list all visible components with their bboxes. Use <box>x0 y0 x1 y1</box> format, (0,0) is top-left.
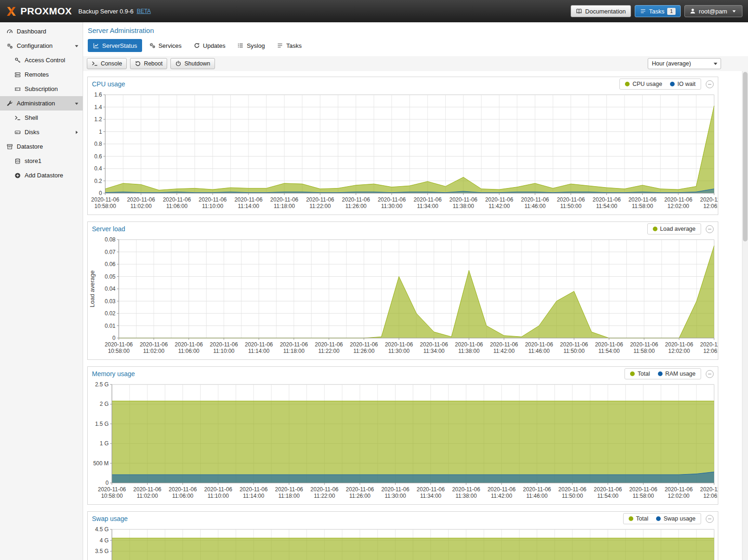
chart-memory-usage: 0500 M1 G1.5 G2 G2.5 G2020-11-0610:58:00… <box>88 381 718 504</box>
tab-services[interactable]: Services <box>144 39 187 52</box>
legend-item-swap-usage[interactable]: Swap usage <box>656 515 696 522</box>
svg-text:11:58:00: 11:58:00 <box>632 203 653 209</box>
svg-text:2020-11-06: 2020-11-06 <box>169 486 197 493</box>
tasks-icon <box>640 8 646 14</box>
minus-icon <box>708 229 711 229</box>
tasks-count-badge: 1 <box>667 8 676 15</box>
timeframe-select[interactable]: Hour (average) <box>648 58 721 69</box>
collapse-panel-button[interactable] <box>706 515 714 523</box>
tab-label: Services <box>158 42 182 49</box>
power-icon <box>175 60 182 67</box>
legend-item-load-average[interactable]: Load average <box>653 226 696 232</box>
svg-text:11:14:00: 11:14:00 <box>238 203 259 209</box>
svg-text:2020-11-06: 2020-11-06 <box>280 341 308 348</box>
svg-text:1.5 G: 1.5 G <box>95 421 109 427</box>
svg-text:11:06:00: 11:06:00 <box>172 493 194 499</box>
sidebar-item-dashboard[interactable]: Dashboard <box>0 24 83 39</box>
chart-legend: TotalRAM usage <box>624 368 701 379</box>
sidebar-item-label: Datastore <box>17 143 43 150</box>
sidebar-item-subscription[interactable]: Subscription <box>0 82 83 96</box>
tab-tasks[interactable]: Tasks <box>272 39 306 52</box>
svg-text:11:26:00: 11:26:00 <box>345 203 367 209</box>
shutdown-button[interactable]: Shutdown <box>170 58 215 69</box>
beta-link[interactable]: BETA <box>137 8 150 14</box>
svg-text:2020-11-06: 2020-11-06 <box>665 341 693 348</box>
tab-serverstatus[interactable]: ServerStatus <box>88 39 142 52</box>
legend-label: CPU usage <box>632 81 662 87</box>
svg-text:0: 0 <box>99 190 102 196</box>
svg-text:0.02: 0.02 <box>104 310 116 317</box>
panel-title: Memory usage <box>92 370 135 378</box>
legend-item-total[interactable]: Total <box>630 371 650 377</box>
legend-item-io-wait[interactable]: IO wait <box>670 81 696 87</box>
legend-item-cpu-usage[interactable]: CPU usage <box>625 81 662 87</box>
tab-updates[interactable]: Updates <box>189 39 230 52</box>
sidebar-item-remotes[interactable]: Remotes <box>0 67 83 82</box>
console-button[interactable]: Console <box>87 58 127 69</box>
plus-circle-icon <box>13 172 21 179</box>
sidebar-item-store1[interactable]: store1 <box>0 154 83 168</box>
sidebar-item-datastore[interactable]: Datastore <box>0 139 83 154</box>
sidebar-item-label: Add Datastore <box>25 172 63 179</box>
db-icon <box>13 158 21 164</box>
sidebar-item-label: Dashboard <box>17 28 46 35</box>
sidebar-item-configuration[interactable]: Configuration <box>0 39 83 53</box>
collapse-panel-button[interactable] <box>706 225 714 233</box>
scrollbar-thumb[interactable] <box>743 72 748 241</box>
collapse-panel-button[interactable] <box>706 80 714 88</box>
svg-text:11:10:00: 11:10:00 <box>208 493 229 499</box>
collapse-panel-button[interactable] <box>706 370 714 378</box>
vertical-scrollbar[interactable] <box>742 71 748 560</box>
svg-text:0: 0 <box>105 480 109 486</box>
tasks-icon <box>277 42 283 49</box>
svg-text:11:06:00: 11:06:00 <box>166 203 188 209</box>
svg-text:11:58:00: 11:58:00 <box>632 493 654 499</box>
page-title: Server Administration <box>88 26 748 35</box>
legend-label: Total <box>637 371 650 377</box>
tab-syslog[interactable]: Syslog <box>232 39 270 52</box>
tab-label: Updates <box>203 42 225 49</box>
gears-icon <box>6 43 13 49</box>
sidebar-item-access-control[interactable]: Access Control <box>0 53 83 67</box>
panel-server-load: Server loadLoad average00.010.020.030.04… <box>87 221 718 360</box>
svg-text:11:50:00: 11:50:00 <box>562 493 583 499</box>
svg-text:2020-11-06: 2020-11-06 <box>381 486 410 493</box>
sidebar: DashboardConfigurationAccess ControlRemo… <box>0 22 83 560</box>
sidebar-item-shell[interactable]: Shell <box>0 111 83 125</box>
sidebar-item-label: Disks <box>25 129 39 136</box>
svg-text:11:42:00: 11:42:00 <box>491 493 512 499</box>
svg-text:11:10:00: 11:10:00 <box>202 203 223 209</box>
sidebar-item-administration[interactable]: Administration <box>0 96 83 111</box>
chart-svg: 0500 M1 G1.5 G2 G2.5 G2020-11-0610:58:00… <box>88 381 718 504</box>
legend-dot-icon <box>656 516 661 521</box>
caret-right-icon <box>73 129 80 136</box>
tab-label: Tasks <box>286 42 301 49</box>
sidebar-item-add-datastore[interactable]: Add Datastore <box>0 168 83 182</box>
svg-text:2020-11-06: 2020-11-06 <box>342 196 370 203</box>
svg-text:12:06:00: 12:06:00 <box>703 348 718 354</box>
svg-text:2020-11-06: 2020-11-06 <box>245 341 273 348</box>
user-menu-button[interactable]: root@pam <box>684 5 742 17</box>
reboot-button[interactable]: Reboot <box>130 58 167 69</box>
panel-cpu-usage: CPU usageCPU usageIO wait00.20.40.60.811… <box>87 77 718 215</box>
legend-item-total[interactable]: Total <box>629 515 648 522</box>
svg-text:11:30:00: 11:30:00 <box>381 203 403 209</box>
tasks-button[interactable]: Tasks 1 <box>635 5 681 17</box>
sidebar-item-disks[interactable]: Disks <box>0 125 83 139</box>
book-icon <box>576 8 582 14</box>
documentation-button[interactable]: Documentation <box>571 5 631 17</box>
svg-text:12:06:00: 12:06:00 <box>703 203 718 209</box>
svg-text:0: 0 <box>112 335 116 341</box>
timeframe-value: Hour (average) <box>652 60 691 67</box>
svg-text:2020-11-06: 2020-11-06 <box>346 486 374 493</box>
panel-title: CPU usage <box>92 80 125 88</box>
legend-item-ram-usage[interactable]: RAM usage <box>658 371 696 377</box>
legend-label: Total <box>636 515 648 522</box>
svg-text:2020-11-06: 2020-11-06 <box>630 341 658 348</box>
svg-text:2020-11-06: 2020-11-06 <box>525 341 553 348</box>
caret-down-icon <box>73 43 80 49</box>
chart-svg: 0500 M1 G1.5 G2 G2.5 G3 G3.5 G4 G4.5 G20… <box>88 526 718 560</box>
svg-text:0.2: 0.2 <box>94 178 102 184</box>
svg-text:11:30:00: 11:30:00 <box>388 348 410 354</box>
svg-text:0.6: 0.6 <box>94 153 102 160</box>
